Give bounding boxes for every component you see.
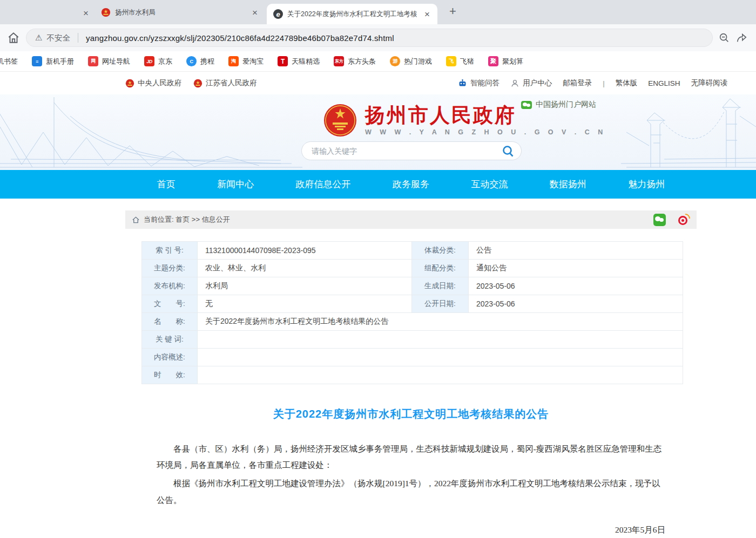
site-favicon-icon: e [273, 9, 283, 19]
nav-charming-yangzhou[interactable]: 魅力扬州 [628, 178, 665, 190]
search-input[interactable] [312, 147, 502, 155]
bookmark-label: 爱淘宝 [242, 57, 264, 66]
new-tab-button[interactable]: + [449, 5, 456, 17]
bookmark-aitaobao[interactable]: 淘爱淘宝 [228, 56, 264, 66]
share-weibo-icon[interactable] [678, 214, 690, 226]
browser-toolbar: ⚠ 不安全 yangzhou.gov.cn/yzszxxgk/slj/20230… [0, 24, 756, 51]
manual-icon: ≡ [32, 56, 42, 66]
nav-news-center[interactable]: 新闻中心 [217, 178, 254, 190]
nav-gov-info-disclosure[interactable]: 政府信息公开 [296, 178, 351, 190]
link-central-government[interactable]: 中央人民政府 [125, 78, 181, 88]
bookmark-wangzhi-daohang[interactable]: 网网址导航 [88, 56, 130, 66]
share-wechat-icon[interactable] [653, 214, 666, 226]
robot-icon [458, 79, 467, 88]
article-paragraph: 各县（市、区）水利（务）局，扬州经济开发区城乡事务管理局，生态科技新城规划建设局… [157, 441, 665, 473]
bookmarks-bar: 机书签 ≡新机手册 网网址导航 JD京东 C携程 淘爱淘宝 T天猫精选 东方东方… [0, 51, 756, 72]
mail-login-link[interactable]: 邮箱登录 [563, 78, 592, 88]
meta-label: 发布机构: [142, 277, 198, 295]
meta-label: 关 键 词: [142, 331, 198, 349]
address-bar[interactable]: ⚠ 不安全 yangzhou.gov.cn/yzszxxgk/slj/20230… [26, 29, 713, 47]
national-emblem-icon [193, 79, 202, 88]
bookmark-label: 新机手册 [46, 57, 74, 66]
bookmark-label: 热门游戏 [404, 57, 432, 66]
meta-value-validity [198, 366, 683, 384]
meta-label: 生成日期: [412, 277, 469, 295]
bookmark-juhuasuan[interactable]: 聚聚划算 [488, 56, 523, 66]
article-body: 关于2022年度扬州市水利工程文明工地考核结果的公告 各县（市、区）水利（务）局… [125, 407, 697, 538]
main-nav: 首页 新闻中心 政府信息公开 政务服务 互动交流 数据扬州 魅力扬州 [0, 170, 756, 199]
bookmark-remen-youxi[interactable]: 游热门游戏 [390, 56, 432, 66]
site-search[interactable] [301, 141, 522, 160]
close-tab-icon[interactable]: × [80, 6, 92, 20]
browser-tab-strip: × 扬州市水利局 × e 关于2022年度扬州市水利工程文明工地考核结果的公告 … [0, 0, 756, 24]
portal-wechat-link[interactable]: 中国扬州门户网站 [521, 100, 596, 110]
security-warning-icon[interactable]: ⚠ [35, 33, 42, 43]
home-icon[interactable] [6, 31, 21, 45]
national-emblem-icon [125, 79, 134, 88]
meta-value-keywords [198, 331, 683, 349]
bookmark-ctrip[interactable]: C携程 [186, 56, 214, 66]
gov-link-label: 中央人民政府 [138, 78, 181, 88]
bookmark-dongfang-toutiao[interactable]: 东方东方头条 [334, 56, 376, 66]
meta-value-genre: 公告 [469, 242, 683, 260]
meta-label: 公开日期: [412, 295, 469, 313]
article-date: 2023年5月6日 [157, 525, 665, 536]
meta-value-group: 通知公告 [469, 260, 683, 277]
bookmark-label: 网址导航 [102, 57, 130, 66]
bookmark-label: 京东 [158, 57, 172, 66]
url-text[interactable]: yangzhou.gov.cn/yzszxxgk/slj/202305/210c… [86, 33, 394, 43]
bookmark-label: 东方头条 [348, 57, 376, 66]
table-row: 时 效: [142, 366, 683, 384]
table-row: 文 号: 无 公开日期: 2023-05-06 [142, 295, 683, 313]
zoom-out-icon[interactable] [718, 32, 730, 44]
tab-announcement-active[interactable]: e 关于2022年度扬州市水利工程文明工地考核结果的公告 × [267, 4, 437, 24]
close-tab-icon[interactable]: × [421, 8, 433, 21]
national-emblem-icon [101, 8, 111, 17]
site-domain: W W W . Y A N G Z H O U . G O V . C N [365, 128, 606, 136]
breadcrumb: 当前位置: 首页 >> 信息公开 [125, 210, 697, 229]
nav-interaction[interactable]: 互动交流 [471, 178, 508, 190]
nav-home[interactable]: 首页 [157, 178, 176, 190]
wechat-icon [521, 101, 532, 109]
traditional-chinese-link[interactable]: 繁体版 [616, 78, 638, 88]
user-center-link[interactable]: 用户中心 [510, 78, 552, 88]
close-tab-icon[interactable]: × [249, 6, 261, 19]
article-paragraph: 根据《扬州市水利工程文明工地建设管理办法》（扬水规[2019]1号），2022年… [157, 475, 665, 508]
bookmark-fliggy[interactable]: 飞飞猪 [446, 56, 474, 66]
bookmark-jishuqian[interactable]: 机书签 [0, 57, 18, 66]
link-jiangsu-government[interactable]: 江苏省人民政府 [193, 78, 257, 88]
meta-label: 内容概述: [142, 349, 198, 366]
bookmark-tmall[interactable]: T天猫精选 [278, 56, 320, 66]
user-icon [510, 79, 519, 88]
accessibility-link[interactable]: 无障碍阅读 [691, 78, 728, 88]
share-icon[interactable] [735, 32, 747, 44]
juhuasuan-icon: 聚 [488, 56, 498, 66]
portal-label: 中国扬州门户网站 [536, 100, 596, 110]
gov-top-bar: 中央人民政府 江苏省人民政府 智能问答 用户中心 邮箱登录 | 繁体版 [0, 72, 756, 94]
taobao-icon: 淘 [228, 56, 239, 66]
search-icon[interactable] [502, 145, 515, 158]
meta-label: 组配分类: [412, 260, 469, 277]
meta-value-summary [198, 349, 683, 366]
bookmark-label: 机书签 [0, 57, 18, 66]
table-row: 关 键 词: [142, 331, 683, 349]
bookmark-jd[interactable]: JD京东 [144, 56, 172, 66]
bookmark-label: 携程 [200, 57, 214, 66]
national-emblem-icon [323, 103, 357, 138]
meta-value-doc-number: 无 [198, 295, 412, 313]
meta-value-publish-date: 2023-05-06 [469, 295, 683, 313]
smart-qa-link[interactable]: 智能问答 [458, 78, 500, 88]
nav-gov-services[interactable]: 政务服务 [393, 178, 429, 190]
smart-qa-label: 智能问答 [470, 78, 500, 88]
tab-yangzhou-water-bureau[interactable]: 扬州市水利局 × [94, 3, 265, 22]
nav-data-yangzhou[interactable]: 数据扬州 [550, 178, 586, 190]
bookmark-xinji-shouce[interactable]: ≡新机手册 [32, 56, 74, 66]
table-row: 索 引 号: 11321000014407098E-2023-095 体裁分类:… [142, 242, 683, 260]
bookmark-label: 聚划算 [502, 57, 523, 66]
meta-value-agency: 水利局 [198, 277, 412, 295]
breadcrumb-text[interactable]: 当前位置: 首页 >> 信息公开 [144, 215, 230, 224]
article-title: 关于2022年度扬州市水利工程文明工地考核结果的公告 [157, 407, 665, 421]
english-link[interactable]: ENGLISH [648, 79, 680, 87]
meta-value-title: 关于2022年度扬州市水利工程文明工地考核结果的公告 [198, 313, 683, 331]
meta-label: 索 引 号: [142, 242, 198, 260]
